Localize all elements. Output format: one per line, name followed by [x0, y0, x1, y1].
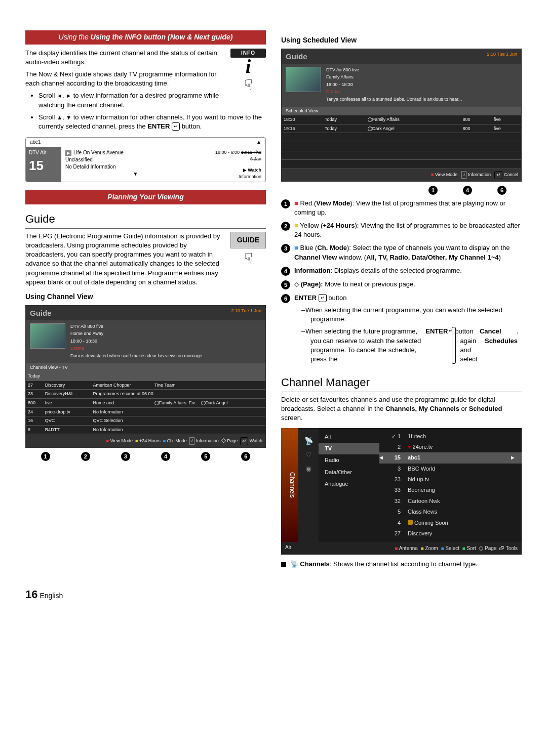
cv-footbar: ■ View Mode ■ +24 Hours ■ Ch. Mode i Inf… — [26, 434, 265, 447]
using-channel-view-heading: Using Channel View — [25, 292, 266, 302]
table-row: 19:15TodayDark Angel800five — [282, 124, 521, 133]
cm-channels-bullet: 📡 Channels: Shows the channel list accor… — [281, 560, 522, 569]
table-row: 27DiscoveryAmerican ChopperTine Team — [26, 381, 265, 390]
bullet-scroll-ud: Scroll ▲, ▼ to view information for othe… — [38, 113, 266, 131]
cm-paragraph: Delete or set favourites channels and us… — [281, 395, 522, 423]
list-item: 33Boonerang — [379, 485, 522, 495]
table-row — [282, 151, 521, 160]
list-item: 23bid-up.tv — [379, 474, 522, 485]
nn-detail: No Detaild Information — [65, 163, 206, 171]
list-item: 4 Coming Soon — [379, 518, 522, 528]
channel-view-panel: Guide 2:10 Tue 1 Jun DTV Air 800 five Ho… — [25, 305, 266, 448]
cv-today: Today — [26, 372, 91, 381]
header-planning: Planning Your Viewing — [25, 190, 266, 204]
table-row — [282, 142, 521, 151]
cat-all: All — [319, 431, 379, 443]
nn-info: Information — [214, 174, 261, 180]
table-row — [282, 133, 521, 142]
sv-meta-desc: Tanya confesses all to a stunned Babs. C… — [326, 96, 517, 103]
nn-time: 18:00 - 6:00 — [215, 150, 240, 155]
cv-meta-time: 18:00 - 18:30 — [70, 338, 261, 345]
sv-meta-ch: DTV Air 800 five — [326, 67, 517, 73]
page-lang: English — [40, 592, 63, 600]
callout-3: 3■ Blue (Ch. Mode): Select the type of c… — [281, 243, 522, 262]
channel-manager-heading: Channel Manager — [281, 375, 522, 392]
list-item: 2♥ 24ore.tv — [379, 442, 522, 452]
cv-meta-genre: Drama — [70, 345, 261, 352]
cv-meta-ch: DTV Air 800 five — [70, 323, 261, 330]
guide-button-graphic: GUIDE ☟ — [230, 232, 266, 269]
cm-icon-column: 📡 ♡ ◉ — [298, 428, 319, 542]
page-number: 16 — [25, 588, 37, 601]
list-item-active: ◄15abc1► — [379, 452, 522, 463]
info-icon: i — [230, 58, 266, 75]
list-item: 27Discovery — [379, 528, 522, 539]
cv-callouts: 1 2 3 4 5 6 — [25, 452, 266, 461]
cv-clock: 2:10 Tue 1 Jun — [231, 308, 261, 318]
nn-watch: Watch — [248, 167, 261, 173]
guide-paragraph: The EPG (Electronic Programme Guide) inf… — [25, 232, 266, 287]
hand-icon: ☟ — [230, 75, 266, 95]
scheduled-view-panel: Guide 2:10 Tue 1 Jun DTV Air 800 five Fa… — [281, 49, 522, 182]
list-item: 32Cartoon Nwk — [379, 496, 522, 507]
lock-icon — [408, 520, 413, 525]
sv-meta-genre: Drama — [326, 89, 517, 95]
table-row: 16QVCQVC Selection — [26, 416, 265, 426]
callout-5: 5◇ (Page): Move to next or previous page… — [281, 280, 522, 289]
nn-date: 18:11 Thu 6 Jan — [241, 150, 261, 161]
nn-source: DTV Air — [29, 149, 58, 156]
sv-subbar: Scheduled View — [282, 107, 521, 115]
page-footer: 16 English — [25, 587, 522, 603]
nn-programme: Life On Venus Avenue — [73, 149, 124, 156]
cat-analogue: Analogue — [319, 478, 379, 490]
sv-meta-prog: Family Affairs — [326, 74, 517, 80]
callout-4: 4Information: Displays details of the se… — [281, 266, 522, 276]
table-row: 24price-drop.tvNo Information — [26, 407, 265, 416]
header-info-button: Using the Using the INFO button (Now & N… — [25, 30, 266, 45]
thumbnail — [30, 323, 65, 349]
guide-heading: Guide — [25, 212, 266, 229]
para-display: The display identifies the current chann… — [25, 49, 266, 67]
nn-channel: abc1 — [30, 139, 41, 146]
cm-foot-right: ■ Antenna ■ Zoom ■ Select ■ Sort ◇ Page … — [395, 544, 518, 553]
using-scheduled-heading: Using Scheduled View — [281, 35, 522, 46]
cm-side-label: Channels — [281, 428, 298, 542]
guide-btn-label: GUIDE — [230, 232, 266, 249]
list-item: ✓ 11futech — [379, 431, 522, 442]
cat-data: Data/Other — [319, 467, 379, 478]
sv-title: Guide — [286, 51, 307, 62]
nn-class: Unclassified — [65, 156, 206, 163]
cv-meta-desc: Dani is devastated when scott makes clea… — [70, 353, 261, 359]
sub-current: When selecting the current programme, yo… — [301, 306, 522, 324]
cv-title: Guide — [30, 308, 52, 318]
cv-meta-prog: Home and Away — [70, 330, 261, 337]
heart-icon: ♡ — [299, 450, 318, 460]
info-button-graphic: INFO i ☟ — [230, 49, 266, 95]
table-row: 800fiveHome and...Family Affairs Fiv... … — [26, 398, 265, 407]
up-arrow-icon: ▲ — [256, 139, 261, 146]
globe-icon: ◉ — [299, 464, 318, 474]
cat-tv: TV — [319, 443, 379, 454]
antenna-icon: 📡 — [299, 436, 318, 446]
antenna-small-icon: 📡 — [290, 560, 298, 568]
list-item: 3BBC World — [379, 464, 522, 474]
para-nownext: The Now & Next guide shows daily TV prog… — [25, 70, 266, 88]
sv-clock: 2:10 Tue 1 Jun — [487, 51, 517, 62]
sub-future: When selecting the future programme, you… — [301, 327, 522, 364]
list-item: 5Class News — [379, 507, 522, 517]
callout-6: 6ENTER ↵ button When selecting the curre… — [281, 293, 522, 368]
sv-callouts: 1 4 6 — [281, 186, 522, 195]
nownext-panel: abc1▲ DTV Air 15 ▶ Life On Venus Avenue … — [25, 137, 266, 182]
channel-manager-panel: Channels 📡 ♡ ◉ All TV Radio Data/Other A… — [281, 428, 522, 555]
hand-icon: ☟ — [230, 248, 266, 268]
table-row: 28DiscoveryH&LProgrammes resume at 06:00 — [26, 390, 265, 399]
cat-radio: Radio — [319, 454, 379, 466]
callout-1: 1■ Red (View Mode): View the list of pro… — [281, 199, 522, 217]
cv-subbar: Channel View - TV — [26, 363, 265, 372]
table-row — [282, 160, 521, 169]
table-row: 6R4DTTNo Information — [26, 425, 265, 434]
sv-footbar: ■ View Mode i Information ↵ Cancel — [282, 169, 521, 181]
sv-meta-time: 18:00 - 18:30 — [326, 81, 517, 88]
callout-2: 2■ Yellow (+24 Hours): Viewing the list … — [281, 221, 522, 239]
thumbnail — [286, 67, 321, 92]
